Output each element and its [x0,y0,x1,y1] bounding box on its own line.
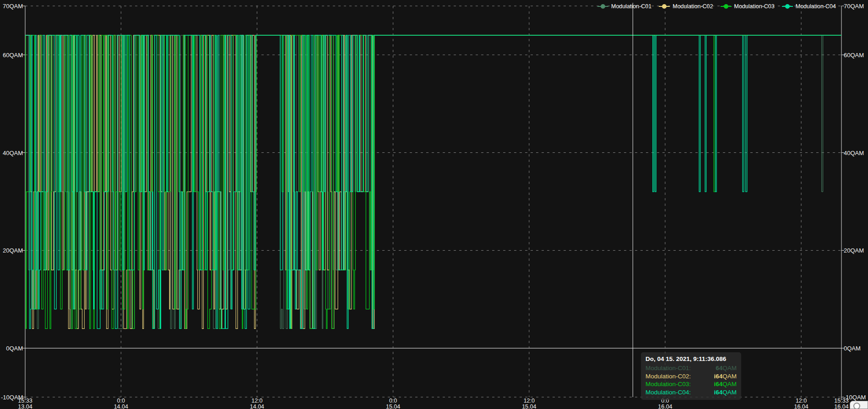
x-tick-date: 14.04 [242,404,271,409]
y-axis-label-left-70: 70QAM [1,3,23,10]
x-tick-time: 15:33 [834,398,848,404]
legend-label: Modulation-C01 [611,3,651,10]
x-tick-time: 12:0 [251,398,262,404]
x-tick-date: 16.04 [787,404,816,409]
x-axis-label-4: 12:015.04 [515,398,544,409]
y-axis-label-right-60: 60QAM [844,52,866,59]
magnifier-icon [853,403,860,409]
zoom-button[interactable] [850,401,868,409]
modulation-chart-screen: 70QAM 60QAM 40QAM 20QAM 0QAM -10QAM 70QA… [0,0,868,409]
y-axis-label-right-40: 40QAM [844,150,866,156]
x-tick-date: 13.04 [11,404,40,409]
legend-label: Modulation-C02 [673,3,713,10]
tooltip-timestamp: Do, 04 15. 2021, 9:11:36.086 [646,355,737,362]
legend-item-modulation-c04[interactable]: Modulation-C04 [782,3,836,10]
tooltip-row-c03: Modulation-C03: i64QAM [646,380,737,388]
x-tick-date: 15.04 [515,404,544,409]
tooltip-row-c04: Modulation-C04: i64QAM [646,388,737,397]
legend-item-modulation-c03[interactable]: Modulation-C03 [721,3,775,10]
legend: Modulation-C01 Modulation-C02 Modulation… [590,3,836,10]
x-axis-label-6: 12:016.04 [787,398,816,409]
y-axis-label-left-0: 0QAM [1,345,23,352]
series-marker-icon [721,4,732,9]
legend-label: Modulation-C03 [734,3,775,10]
x-tick-time: 12:0 [524,398,535,404]
y-axis-label-left-40: 40QAM [1,150,23,156]
y-axis-label-right-70: 70QAM [844,3,866,10]
tooltip-row-c01: Modulation-C01: 64QAM [646,364,737,372]
x-axis-label-1: 0:014.04 [106,398,136,409]
data-tooltip: Do, 04 15. 2021, 9:11:36.086 Modulation-… [641,352,741,400]
legend-label: Modulation-C04 [796,3,836,10]
plot-area[interactable] [0,0,868,409]
x-tick-time: 0:0 [117,398,125,404]
y-axis-label-right-20: 20QAM [844,247,866,254]
x-tick-time: 15:33 [18,398,32,404]
x-axis-label-0: 15:3313.04 [11,398,40,409]
series-marker-icon [782,4,793,9]
x-tick-date: 14.04 [106,404,136,409]
y-axis-label-left-60: 60QAM [1,52,23,59]
x-tick-date: 16.04 [651,404,680,409]
tooltip-row-c02: Modulation-C02: i64QAM [646,372,737,381]
y-axis-label-left-20: 20QAM [1,247,23,254]
legend-item-modulation-c01[interactable]: Modulation-C01 [597,3,651,10]
series-marker-icon [597,4,608,9]
x-axis-label-3: 0:015.04 [379,398,408,409]
y-axis-label-right-0: 0QAM [844,345,866,352]
series-marker-icon [659,4,670,9]
x-tick-date: 15.04 [379,404,408,409]
x-tick-time: 12:0 [796,398,807,404]
x-axis-label-2: 12:014.04 [242,398,271,409]
legend-item-modulation-c02[interactable]: Modulation-C02 [659,3,713,10]
x-tick-time: 0:0 [389,398,397,404]
